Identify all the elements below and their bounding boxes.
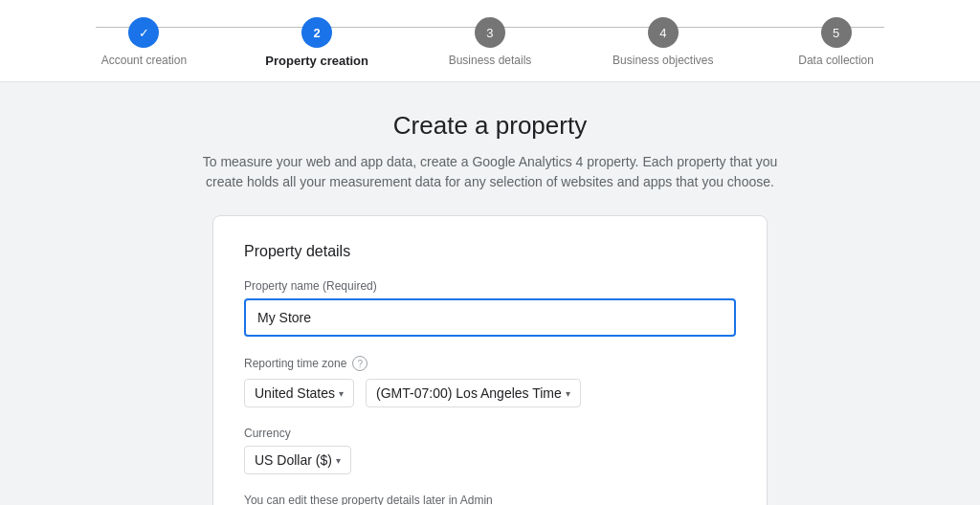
timezone-label-row: Reporting time zone ? — [244, 356, 736, 371]
step-account-creation: ✓ Account creation — [57, 17, 231, 67]
step-2-number: 2 — [314, 26, 321, 40]
property-name-group: Property name (Required) — [244, 279, 736, 337]
hint-text: You can edit these property details late… — [244, 494, 736, 505]
timezone-group: Reporting time zone ? United States ▾ (G… — [244, 356, 736, 407]
timezone-selectors: United States ▾ (GMT-07:00) Los Angeles … — [244, 379, 736, 407]
step-2-label: Property creation — [265, 54, 368, 68]
timezone-value: (GMT-07:00) Los Angeles Time — [376, 385, 562, 401]
main-content: Create a property To measure your web an… — [0, 82, 980, 505]
step-5-circle: 5 — [821, 17, 852, 48]
step-business-objectives: 4 Business objectives — [576, 17, 749, 67]
step-business-details: 3 Business details — [404, 17, 577, 67]
step-4-circle: 4 — [648, 17, 679, 48]
step-3-circle: 3 — [475, 17, 505, 48]
currency-value: US Dollar ($) — [255, 452, 332, 468]
timezone-help-icon[interactable]: ? — [352, 356, 368, 371]
timezone-dropdown-arrow: ▾ — [566, 388, 570, 399]
currency-dropdown[interactable]: US Dollar ($) ▾ — [244, 446, 351, 474]
property-name-input[interactable] — [244, 298, 736, 337]
step-3-number: 3 — [486, 26, 493, 40]
currency-dropdown-arrow: ▾ — [336, 455, 341, 466]
step-4-number: 4 — [659, 26, 666, 40]
country-dropdown-arrow: ▾ — [339, 388, 344, 399]
currency-group: Currency US Dollar ($) ▾ — [244, 427, 736, 474]
country-value: United States — [255, 385, 335, 401]
checkmark-icon: ✓ — [139, 26, 149, 40]
country-dropdown[interactable]: United States ▾ — [244, 379, 354, 407]
step-1-label: Account creation — [101, 54, 187, 67]
page-description: To measure your web and app data, create… — [184, 152, 796, 192]
step-property-creation: 2 Property creation — [231, 17, 404, 68]
reporting-timezone-label: Reporting time zone — [244, 357, 346, 370]
card-title: Property details — [244, 243, 736, 260]
step-3-label: Business details — [449, 54, 532, 67]
property-name-label: Property name (Required) — [244, 279, 736, 293]
timezone-dropdown[interactable]: (GMT-07:00) Los Angeles Time ▾ — [366, 379, 581, 407]
step-data-collection: 5 Data collection — [749, 17, 923, 67]
page-title: Create a property — [393, 111, 587, 141]
step-5-label: Data collection — [798, 54, 874, 67]
step-4-label: Business objectives — [612, 54, 713, 67]
step-1-circle: ✓ — [128, 17, 159, 48]
currency-label: Currency — [244, 427, 736, 440]
step-2-circle: 2 — [301, 17, 332, 48]
stepper: ✓ Account creation 2 Property creation 3… — [0, 0, 980, 82]
property-details-card: Property details Property name (Required… — [212, 215, 768, 505]
step-5-number: 5 — [833, 26, 839, 40]
